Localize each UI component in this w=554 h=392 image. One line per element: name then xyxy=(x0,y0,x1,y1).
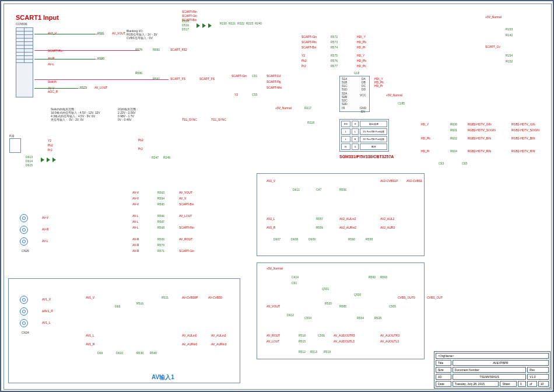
pin-vcc: VCC xyxy=(360,93,366,97)
comp-r515: R515 xyxy=(299,340,306,343)
rca-cn24-1 xyxy=(20,296,28,304)
net-pr2: Pr2 xyxy=(301,64,306,68)
wire xyxy=(34,34,96,34)
net-avvout-b: AV_VOUT xyxy=(267,304,280,308)
net-avcvbs0p: AV-CVBS0P xyxy=(182,296,198,299)
pin-dd: DD xyxy=(362,88,366,91)
net-avauoutr3: AV_AUOUTR3 xyxy=(380,334,399,337)
tb-rev-label: Rev xyxy=(527,367,549,373)
comp-d607: D607 xyxy=(274,237,280,241)
comp-r568: R568 xyxy=(157,226,164,229)
comp-d517: D517 xyxy=(182,27,189,31)
tt-r2-2: H xyxy=(352,136,359,142)
net-aav1-r: AAV1_R xyxy=(42,309,53,313)
net-hd-pb: HD_Pb xyxy=(357,40,366,44)
r580-sym xyxy=(96,58,104,61)
tb-org: <OrgName> xyxy=(436,353,549,359)
comp-r572: R572 xyxy=(331,35,338,38)
comp-r220: R220 xyxy=(220,22,227,25)
comp-d66: D66 xyxy=(115,304,120,308)
comp-r223: R223 xyxy=(246,22,253,25)
comp-r592: R592 xyxy=(369,275,376,279)
net-pb2a: Pb2 xyxy=(48,144,53,147)
comp-c505: C505 xyxy=(389,304,396,308)
net-hd-pb2: HD_Pb xyxy=(357,59,366,62)
comp-c55: C55 xyxy=(252,93,257,96)
net-ts1sync-right: TS1_SYNC xyxy=(211,118,226,121)
comp-r565: R565 xyxy=(157,202,164,206)
net-5vn: +5V_Normal xyxy=(267,267,283,270)
tt-h3: 输出选择 xyxy=(360,121,387,127)
net-scart-fs2: SCART_FS2 xyxy=(170,48,187,51)
connector-scart xyxy=(16,27,33,97)
comp-r519: R519 xyxy=(324,350,331,354)
comp-d610: D610 xyxy=(116,351,123,355)
net-scart-min: SCART-Min xyxy=(267,86,282,89)
comp-r600: R600 xyxy=(450,123,457,126)
net-avlout-b: AV_LOUT xyxy=(267,340,279,343)
net-scart-gin2: SCART-Gin xyxy=(301,35,317,38)
comp-d612: D612 xyxy=(287,313,294,317)
tt-r3-1: H xyxy=(341,144,350,150)
comp-r566: R566 xyxy=(157,214,164,218)
comp-c61: C61 xyxy=(292,281,297,285)
comp-r564: R564 xyxy=(157,197,164,200)
comp-d611: D611 xyxy=(293,188,300,191)
comp-c414: C414 xyxy=(292,275,299,279)
net-scart-rin2: SCART-Rin xyxy=(182,10,197,13)
comp-r574: R574 xyxy=(331,46,338,49)
note-blanking2: CVBS信号输入：0V xyxy=(127,36,153,40)
tb-doc-label: Document Number xyxy=(453,367,526,373)
tt-r3-3: 断开 xyxy=(360,144,387,150)
av-input-block xyxy=(8,278,240,383)
comp-d615: D615 xyxy=(26,163,33,167)
net-av1l-2: AV1_L xyxy=(86,334,94,337)
comp-r597: R597 xyxy=(153,77,160,80)
comp-r154: R154 xyxy=(506,54,513,57)
net-av2-cvbs1: AV2-CVBS1 xyxy=(406,179,422,183)
net-scart-rg: SCART-Rg xyxy=(267,80,281,83)
tb-size-label: Size xyxy=(436,367,451,373)
net-cvbs-out: CVBS_OUT xyxy=(427,296,443,299)
title-scart: SCART1 Input xyxy=(16,14,59,21)
wire-red xyxy=(34,50,139,51)
comp-r601: R601 xyxy=(450,128,457,132)
comp-d614: D614 xyxy=(26,159,33,163)
r581-sym xyxy=(96,33,104,36)
comp-d609: D609 xyxy=(308,237,315,241)
comp-r563: R563 xyxy=(157,191,164,194)
tt-r2-1: L xyxy=(341,136,350,142)
comp-r142: R142 xyxy=(506,33,513,37)
tb-title-label: Title xyxy=(436,360,451,366)
net-ts1sync-left: TS1_SYNC xyxy=(182,118,197,121)
net-av2aurin2: AV2_AURin2 xyxy=(339,226,356,229)
comp-r577: R577 xyxy=(331,64,338,68)
comp-r222: R222 xyxy=(237,22,244,25)
label-con506: CON506 xyxy=(16,22,27,26)
comp-r573: R573 xyxy=(331,40,338,44)
note-switch3: 无信号输入： 0V - 2V, 0V xyxy=(51,118,84,121)
net-avaurin0: AV_AURin0 xyxy=(182,342,197,346)
net-switch: Switch xyxy=(48,80,57,83)
net-5v-a: +5V_Normal xyxy=(275,106,292,110)
comp-r557: R557 xyxy=(316,217,323,220)
comp-r249: R249 xyxy=(163,156,170,159)
pin-s2d: S2D xyxy=(342,102,348,106)
net-rgb2-rin: RGB2-HDTV_RIN xyxy=(468,149,491,153)
pj2-box xyxy=(9,138,21,153)
label-cn24: CN24 xyxy=(22,331,29,334)
net-avrout-m: AV_ROUT xyxy=(179,237,192,241)
net-hdi-pr2: HD_Pr xyxy=(374,84,383,88)
comp-d516: D516 xyxy=(182,23,189,27)
net-av2r: AV2_R xyxy=(267,226,275,229)
net-scart-fs: SCART_FS xyxy=(170,77,185,80)
net-hd-y-out: HD_Y xyxy=(421,123,429,126)
comp-r569: R569 xyxy=(157,237,164,241)
pin-s1d: S1D xyxy=(342,88,348,91)
tb-of-label: of xyxy=(527,381,537,387)
pin-en: EN xyxy=(361,110,365,113)
net-avcvbs0: AV-CVBS0 xyxy=(208,296,222,299)
tb-date-label: Date: xyxy=(436,381,451,387)
net-avv-m4: AV-V xyxy=(132,202,139,206)
net-5v: +5V_Normal xyxy=(485,15,502,19)
